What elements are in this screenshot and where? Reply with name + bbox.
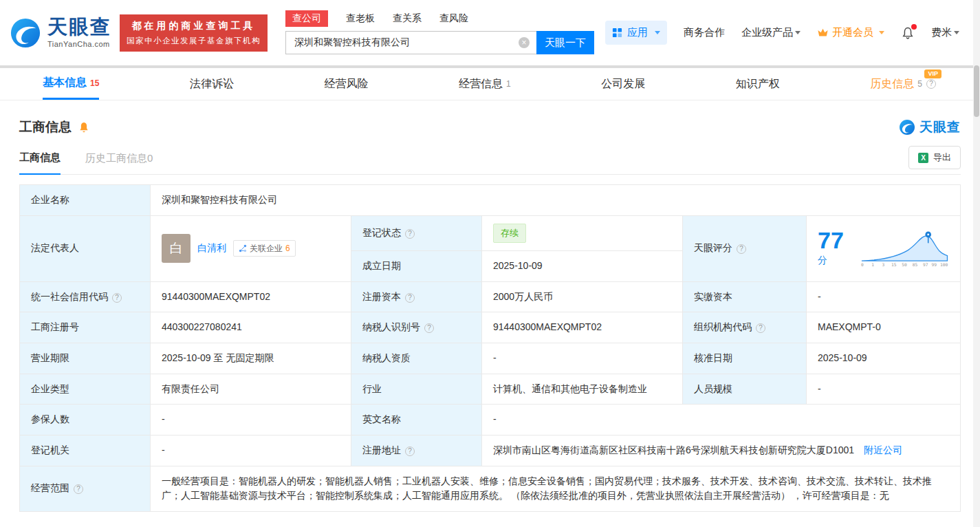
tab-company-development[interactable]: 公司发展 (601, 68, 645, 100)
chevron-down-icon (795, 31, 801, 34)
search-tab-company[interactable]: 查公司 (285, 10, 328, 27)
tab-basic-info[interactable]: 基本信息 15 (43, 68, 99, 100)
legal-rep-name-link[interactable]: 白清利 (197, 241, 226, 256)
insured-count-value: - (151, 405, 351, 435)
tab-count: 1 (506, 79, 511, 89)
tab-operation-info[interactable]: 经营信息 1 (459, 68, 511, 100)
search-row: × 天眼一下 (285, 31, 594, 54)
score-cell: 77分 0 1 3 15 50 85 97 (807, 215, 961, 281)
score-label: 天眼评分? (683, 215, 807, 281)
table-row: 企业名称 深圳和聚智控科技有限公司 (20, 185, 961, 216)
related-companies-count: 6 (285, 242, 290, 255)
reg-authority-label: 登记机关 (20, 435, 151, 466)
scrollbar[interactable] (973, 0, 980, 527)
chevron-down-icon (954, 31, 959, 34)
search-input-wrap: × (285, 31, 536, 54)
crown-icon (817, 28, 829, 38)
legal-rep-label: 法定代表人 (20, 215, 151, 281)
apps-grid-icon (612, 28, 622, 38)
clear-search-icon[interactable]: × (519, 37, 530, 48)
nearby-companies-link[interactable]: 附近公司 (864, 444, 902, 455)
org-code-label: 组织机构代码? (683, 312, 807, 343)
taxpayer-id-label: 纳税人识别号? (351, 312, 482, 343)
related-companies-label: 关联企业 (250, 242, 283, 255)
top-bar: 天眼查 TianYanCha.com 都在用的商业查询工具 国家中小企业发展子基… (0, 0, 980, 65)
paid-capital-value: - (807, 281, 961, 312)
tianyancha-logo[interactable]: 天眼查 TianYanCha.com (10, 17, 111, 49)
svg-text:1: 1 (871, 262, 874, 267)
svg-text:50: 50 (902, 262, 907, 267)
scrollbar-thumb[interactable] (974, 65, 979, 117)
business-cooperation-link[interactable]: 商务合作 (684, 26, 725, 39)
subtab-history-business-info[interactable]: 历史工商信息0 (85, 152, 153, 174)
table-row: 营业期限 2025-10-09 至 无固定期限 纳税人资质 - 核准日期 202… (20, 343, 961, 374)
enterprise-products-link[interactable]: 企业级产品 (741, 26, 801, 39)
search-tab-risk[interactable]: 查风险 (439, 12, 468, 25)
business-scope-label-text: 经营范围 (31, 482, 69, 493)
related-companies-tag[interactable]: 关联企业 6 (233, 240, 296, 257)
reg-number-value: 440300227080241 (151, 312, 351, 343)
score-value: 77 (818, 227, 844, 253)
tianyancha-logo-icon (10, 17, 41, 49)
help-icon[interactable]: ? (405, 293, 415, 303)
reg-capital-label: 注册资本? (351, 281, 482, 312)
search-input[interactable] (285, 31, 536, 54)
subtab-business-info[interactable]: 工商信息 (19, 151, 61, 175)
legal-rep-avatar[interactable]: 白 (162, 234, 190, 263)
table-row: 经营范围? 一般经营项目是：智能机器人的研发；智能机器人销售；工业机器人安装、维… (20, 466, 961, 511)
company-name-label: 企业名称 (20, 185, 151, 216)
help-icon[interactable]: ? (405, 229, 415, 239)
export-button[interactable]: X 导出 (908, 146, 961, 169)
establish-date-label: 成立日期 (351, 250, 482, 281)
legal-rep-cell: 白 白清利 关联企业 6 (151, 215, 351, 281)
logo-text-block: 天眼查 TianYanCha.com (47, 17, 111, 48)
svg-text:100: 100 (940, 262, 948, 267)
search-button[interactable]: 天眼一下 (536, 31, 594, 54)
company-name-value: 深圳和聚智控科技有限公司 (151, 185, 961, 216)
main-content: 工商信息 天眼查 工商信息 历史工商信息0 X 导出 (0, 118, 980, 512)
apps-button[interactable]: 应用 (605, 21, 667, 45)
industry-value: 计算机、通信和其他电子设备制造业 (482, 374, 683, 405)
reg-capital-value: 2000万人民币 (482, 281, 683, 312)
business-scope-label: 经营范围? (20, 466, 151, 511)
tab-label: 经营风险 (324, 77, 368, 92)
search-tabs: 查公司 查老板 查关系 查风险 (285, 11, 594, 26)
subscribe-bell-icon[interactable] (78, 121, 90, 133)
svg-text:97: 97 (923, 262, 928, 267)
tab-count: 5 (917, 79, 922, 89)
tab-history-info[interactable]: VIP 历史信息 5 ? (870, 68, 937, 100)
search-tab-relation[interactable]: 查关系 (393, 12, 422, 25)
reg-address-label-text: 注册地址 (362, 444, 401, 455)
relation-graph-icon (239, 244, 247, 252)
user-menu[interactable]: 费米 (931, 26, 959, 39)
reg-authority-value: - (151, 435, 351, 466)
help-icon[interactable]: ? (74, 484, 83, 494)
help-icon[interactable]: ? (424, 323, 434, 333)
tab-operation-risk[interactable]: 经营风险 (324, 68, 368, 100)
chevron-down-icon (879, 31, 884, 34)
credit-code-label: 统一社会信用代码? (20, 281, 151, 312)
help-icon[interactable]: ? (926, 79, 936, 89)
tab-label: 知识产权 (736, 77, 780, 92)
tab-legal-proceedings[interactable]: 法律诉讼 (190, 68, 234, 100)
help-icon[interactable]: ? (405, 447, 415, 456)
svg-text:3: 3 (882, 262, 884, 267)
subtab-row: 工商信息 历史工商信息0 X 导出 (19, 147, 961, 175)
enterprise-products-label: 企业级产品 (741, 26, 793, 39)
excel-icon: X (918, 153, 928, 163)
table-row: 企业类型 有限责任公司 行业 计算机、通信和其他电子设备制造业 人员规模 - (20, 374, 961, 405)
search-tab-boss[interactable]: 查老板 (346, 12, 375, 25)
svg-text:85: 85 (912, 262, 917, 267)
help-icon[interactable]: ? (756, 323, 765, 333)
tab-intellectual-property[interactable]: 知识产权 (736, 68, 780, 100)
user-name: 费米 (931, 26, 952, 39)
tab-label: 历史信息 (870, 77, 914, 92)
reg-status-label-text: 登记状态 (362, 227, 401, 238)
header-right: 应用 商务合作 企业级产品 开通会员 费米 (605, 21, 980, 45)
notifications-button[interactable] (901, 26, 915, 40)
open-vip-link[interactable]: 开通会员 (817, 26, 884, 39)
open-vip-label: 开通会员 (832, 26, 873, 39)
score-unit: 分 (818, 255, 827, 266)
help-icon[interactable]: ? (737, 244, 746, 254)
help-icon[interactable]: ? (112, 293, 122, 303)
